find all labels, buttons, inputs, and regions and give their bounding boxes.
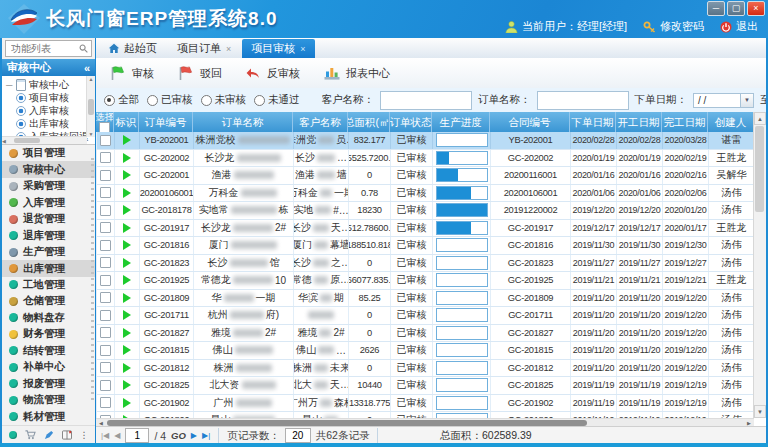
sidebar-item-scrap-mgmt[interactable]: 报废管理: [2, 376, 95, 392]
radio-icon[interactable]: [147, 95, 158, 106]
next-page-button[interactable]: ▶: [191, 431, 197, 440]
row-checkbox[interactable]: [100, 205, 111, 216]
tree-vertical-scrollbar[interactable]: ▲ ▼: [86, 76, 95, 137]
tree-item-inbound-audit[interactable]: 入库审核: [2, 104, 95, 117]
scroll-left-icon[interactable]: ◀: [2, 138, 6, 144]
table-row[interactable]: 20200106001万科金万科金一期0.78已审核20200106001202…: [97, 185, 755, 203]
table-row[interactable]: GC-201815佛山佛山…2626已审核GC-2018152019/11/20…: [97, 342, 755, 360]
go-button[interactable]: GO: [171, 430, 186, 441]
sidebar-item-inventory-count[interactable]: 物料盘存: [2, 310, 95, 326]
sidebar-item-carryover-mgmt[interactable]: 结转管理: [2, 343, 95, 359]
row-checkbox[interactable]: [100, 345, 111, 356]
row-checkbox[interactable]: [100, 257, 111, 268]
audit-button[interactable]: 审核: [110, 66, 154, 81]
row-checkbox[interactable]: [100, 380, 111, 391]
report-center-button[interactable]: 报表中心: [324, 66, 390, 81]
table-row[interactable]: GC-201925常德龙10常德原…266077.835…已审核GC-20192…: [97, 272, 755, 290]
sidebar-splitter-handle[interactable]: [91, 158, 94, 403]
table-row[interactable]: YB-202001株洲党校株洲党员…832.177已审核YB-202001202…: [97, 132, 755, 150]
function-search-input[interactable]: [9, 42, 73, 55]
table-row[interactable]: GC-202002长沙龙长沙…65525.7200…已审核GC-20200220…: [97, 150, 755, 168]
order-name-input[interactable]: [537, 91, 629, 110]
sidebar-item-site-mgmt[interactable]: 工地管理: [2, 277, 95, 293]
radio-audited[interactable]: 已审核: [147, 93, 193, 107]
sidebar-item-stock-return-mgmt[interactable]: 退库管理: [2, 227, 95, 243]
sidebar-item-returns-mgmt[interactable]: 退货管理: [2, 211, 95, 227]
column-header-contract-no[interactable]: 合同编号: [490, 112, 570, 132]
sidebar-item-production-mgmt[interactable]: 生产管理: [2, 244, 95, 260]
tree-item-project-audit[interactable]: 项目审核: [2, 91, 95, 104]
sidebar-item-inbound-mgmt[interactable]: 入库管理: [2, 194, 95, 210]
logout-button[interactable]: 退出: [720, 19, 758, 34]
order-date-from-input[interactable]: / /: [693, 93, 741, 108]
table-row[interactable]: GC-201711杭州府)0已审核GC-2017112019/11/202019…: [97, 307, 755, 325]
column-header-start-date[interactable]: 开工日期: [616, 112, 662, 132]
panel-book-icon[interactable]: [62, 430, 72, 440]
sidebar-item-outbound-mgmt[interactable]: 出库管理: [2, 260, 95, 276]
radio-icon[interactable]: [254, 95, 265, 106]
panel-dot-icon[interactable]: [9, 431, 17, 439]
panel-cart-icon[interactable]: [25, 430, 36, 440]
table-vertical-scrollbar[interactable]: ▲ ▼: [753, 112, 766, 418]
calendar-dropdown-icon[interactable]: ▼: [741, 93, 754, 108]
table-row[interactable]: GC-201823长沙馆长沙之…0已审核GC-2018232019/11/272…: [97, 255, 755, 273]
tab-close-icon[interactable]: ×: [300, 44, 305, 54]
table-row[interactable]: GC-201917长沙龙2#长沙天…8512.78600…已审核GC-20191…: [97, 220, 755, 238]
column-header-production-progress[interactable]: 生产进度: [432, 112, 490, 132]
tree-expander-icon[interactable]: ─: [6, 80, 13, 90]
row-checkbox[interactable]: [100, 275, 111, 286]
tree-hscroll-thumb[interactable]: [14, 138, 40, 143]
last-page-button[interactable]: ▶|: [202, 431, 210, 440]
change-password-button[interactable]: 修改密码: [643, 19, 704, 34]
column-header-finish-date[interactable]: 完工日期: [662, 112, 708, 132]
sidebar-item-purchase-mgmt[interactable]: 采购管理: [2, 178, 95, 194]
row-checkbox[interactable]: [100, 327, 111, 338]
column-header-order-status[interactable]: 订单状态: [390, 112, 432, 132]
tab-project-orders[interactable]: 项目订单×: [168, 39, 240, 58]
table-row[interactable]: GC-202001渔港渔港墙0已审核202001160012020/01/162…: [97, 167, 755, 185]
table-row[interactable]: GC-2018178实地常栋实地#…18230已审核20191220002201…: [97, 202, 755, 220]
row-checkbox[interactable]: [100, 292, 111, 303]
sidebar-item-finance-mgmt[interactable]: 财务管理: [2, 326, 95, 342]
scroll-down-icon[interactable]: ▼: [754, 405, 766, 418]
column-header-select[interactable]: 选择: [96, 112, 114, 132]
column-header-order-name[interactable]: 订单名称: [193, 112, 293, 132]
page-size-input[interactable]: [285, 428, 311, 443]
prev-page-button[interactable]: ◀: [114, 431, 120, 440]
row-checkbox[interactable]: [100, 240, 111, 251]
column-header-flag[interactable]: 标识: [114, 112, 139, 132]
reject-button[interactable]: 驳回: [178, 66, 222, 81]
tree-horizontal-scrollbar[interactable]: ◀: [2, 136, 87, 144]
table-row[interactable]: GC-201827雅境2#雅境2#0已审核GC-2018272019/11/20…: [97, 325, 755, 343]
sidebar-item-audit-center[interactable]: 审核中心: [2, 161, 95, 177]
radio-all[interactable]: 全部: [104, 93, 139, 107]
tree-item-outbound-audit[interactable]: 出库审核: [2, 117, 95, 130]
tab-close-icon[interactable]: ×: [226, 44, 231, 54]
radio-failed[interactable]: 未通过: [254, 93, 300, 107]
table-row[interactable]: GC-201825北大资北大天…10440已审核GC-2018252019/11…: [97, 377, 755, 395]
minimize-button[interactable]: ─: [707, 1, 725, 16]
radio-unaudited[interactable]: 未审核: [201, 93, 247, 107]
column-header-creator[interactable]: 创建人: [708, 112, 754, 132]
close-button[interactable]: ×: [747, 1, 765, 16]
sidebar-item-supplement-center[interactable]: 补单中心: [2, 359, 95, 375]
sidebar-item-project-mgmt[interactable]: 项目管理: [2, 145, 95, 161]
radio-icon[interactable]: [104, 95, 115, 106]
tree-root[interactable]: ─ 审核中心: [2, 78, 95, 91]
customer-name-input[interactable]: [380, 91, 472, 110]
table-row[interactable]: GC-201902广州广州万森林13318.775已审核GC-201902201…: [97, 395, 755, 413]
select-all-checkbox[interactable]: [99, 122, 110, 133]
tree-scroll-thumb[interactable]: [88, 99, 94, 115]
panel-pen-icon[interactable]: [44, 430, 54, 440]
column-header-order-date[interactable]: 下单日期: [570, 112, 616, 132]
row-checkbox[interactable]: [100, 222, 111, 233]
first-page-button[interactable]: |◀: [101, 431, 109, 440]
vertical-scroll-thumb[interactable]: [755, 126, 764, 212]
row-checkbox[interactable]: [100, 170, 111, 181]
column-header-order-no[interactable]: 订单编号: [139, 112, 193, 132]
scroll-up-icon[interactable]: ▲: [754, 112, 766, 125]
row-checkbox[interactable]: [100, 135, 111, 146]
column-header-customer-name[interactable]: 客户名称: [293, 112, 348, 132]
sidebar-item-logistics-mgmt[interactable]: 物流管理: [2, 392, 95, 408]
panel-more-icon[interactable]: ⋮: [80, 430, 89, 440]
